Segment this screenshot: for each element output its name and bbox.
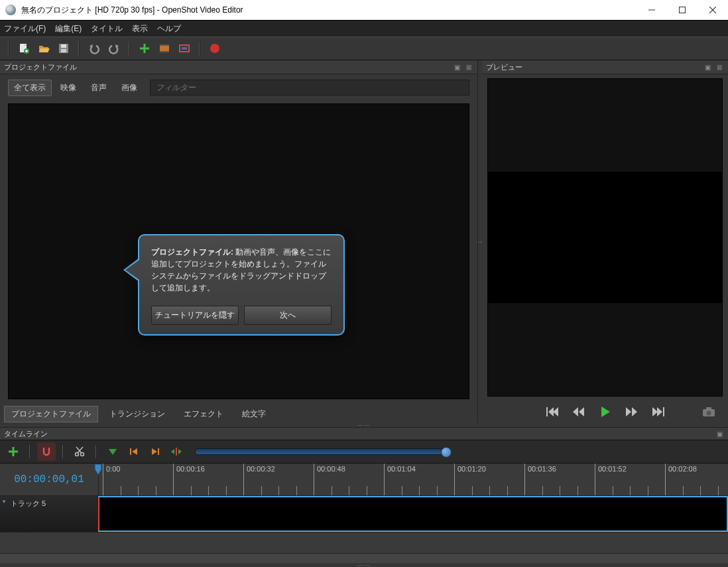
ruler-tick: 00:01:36 [524, 464, 556, 495]
ruler-tick: 00:00:32 [243, 464, 275, 495]
add-marker-button[interactable] [103, 442, 122, 461]
redo-button[interactable] [105, 39, 123, 58]
svg-rect-14 [160, 44, 169, 46]
razor-tool-button[interactable] [70, 442, 89, 461]
fullscreen-button[interactable] [175, 39, 194, 58]
ruler-subtick [296, 486, 297, 495]
svg-marker-44 [171, 449, 174, 454]
filter-video[interactable]: 映像 [54, 80, 82, 96]
menu-title[interactable]: タイトル [91, 23, 123, 34]
timeline-toolbar [0, 440, 728, 464]
hide-tutorial-button[interactable]: チュートリアルを隠す [151, 306, 239, 325]
undock-timeline-icon[interactable]: ▣ [715, 429, 724, 438]
svg-rect-43 [158, 448, 159, 455]
close-preview-icon[interactable]: ⊠ [715, 62, 724, 72]
next-marker-button[interactable] [146, 442, 164, 461]
export-button[interactable] [206, 39, 224, 58]
profile-button[interactable] [155, 39, 174, 58]
project-files-panel: プロジェクトファイル ▣ ⊠ 全て表示 映像 音声 画像 プロジェクトファイル … [0, 60, 478, 423]
prev-marker-button[interactable] [125, 442, 143, 461]
timeline-bottom-grip[interactable]: ⋯⋯ [0, 563, 728, 567]
tab-emoji[interactable]: 絵文字 [235, 406, 273, 422]
svg-marker-25 [626, 407, 631, 416]
svg-marker-24 [601, 407, 610, 417]
svg-marker-39 [109, 449, 117, 455]
ruler-subtick [226, 486, 227, 495]
ruler-subtick [349, 486, 349, 495]
tab-effects[interactable]: エフェクト [176, 406, 231, 422]
window-close-button[interactable] [698, 0, 728, 20]
svg-rect-31 [706, 407, 711, 410]
play-button[interactable] [598, 405, 613, 419]
menu-file[interactable]: ファイル(F) [4, 23, 46, 34]
svg-rect-19 [546, 407, 548, 416]
undock-preview-icon[interactable]: ▣ [703, 62, 712, 72]
menu-view[interactable]: 表示 [132, 23, 148, 34]
window-minimize-button[interactable] [637, 0, 667, 20]
import-file-button[interactable] [135, 39, 154, 58]
undock-icon[interactable]: ▣ [452, 62, 461, 72]
svg-marker-46 [178, 449, 182, 454]
close-panel-icon[interactable]: ⊠ [464, 62, 473, 72]
snapshot-button[interactable] [701, 405, 716, 419]
menubar: ファイル(F) 編集(E) タイトル 表示 ヘルプ [0, 20, 728, 36]
ruler-subtick [507, 486, 508, 495]
tab-project-files[interactable]: プロジェクトファイル [4, 406, 98, 422]
rewind-button[interactable] [572, 405, 586, 419]
preview-canvas [488, 172, 722, 304]
undo-button[interactable] [85, 39, 103, 58]
window-title: 無名のプロジェクト [HD 720p 30 fps] - OpenShot Vi… [21, 5, 243, 16]
playhead-marker[interactable] [93, 464, 103, 475]
ruler-subtick [437, 486, 438, 495]
ruler-subtick [138, 486, 139, 495]
zoom-handle[interactable] [441, 447, 452, 458]
svg-marker-41 [132, 448, 137, 455]
app-icon [5, 5, 16, 15]
ruler-subtick [700, 486, 701, 495]
timeline-scrollbar[interactable] [0, 553, 728, 563]
next-tutorial-button[interactable]: 次へ [244, 306, 332, 325]
ruler-subtick [156, 486, 156, 495]
fastforward-button[interactable] [625, 405, 639, 419]
add-track-button[interactable] [4, 442, 23, 461]
window-maximize-button[interactable] [667, 0, 698, 20]
tab-transitions[interactable]: トランジション [102, 406, 172, 422]
filter-all[interactable]: 全て表示 [8, 80, 52, 96]
tutorial-heading: プロジェクトファイル: [151, 247, 233, 257]
skip-start-button[interactable] [545, 405, 560, 419]
timeline-panel-title: タイムライン [4, 429, 48, 439]
svg-marker-42 [152, 448, 157, 455]
skip-end-button[interactable] [651, 405, 666, 419]
timeline-ruler[interactable]: 0:0000:00:1600:00:3200:00:4800:01:0400:0… [99, 464, 728, 495]
filter-image[interactable]: 画像 [115, 80, 143, 96]
svg-marker-22 [573, 407, 578, 416]
svg-marker-20 [548, 407, 554, 416]
new-project-button[interactable] [15, 39, 33, 58]
filter-input[interactable] [150, 80, 469, 95]
svg-rect-1 [680, 7, 686, 13]
project-panel-title: プロジェクトファイル [4, 62, 77, 72]
open-project-button[interactable] [34, 39, 53, 58]
ruler-tick: 00:01:04 [384, 464, 416, 495]
menu-help[interactable]: ヘルプ [157, 23, 181, 34]
tutorial-callout: プロジェクトファイル: 動画や音声、画像をここに追加してプロジェクトを始めましょ… [138, 234, 345, 336]
ruler-subtick [191, 486, 192, 495]
snap-toggle-button[interactable] [37, 442, 56, 461]
timecode-display[interactable]: 00:00:00,01 [0, 464, 99, 495]
ruler-tick: 0:00 [103, 464, 120, 495]
svg-rect-15 [160, 51, 169, 52]
ruler-subtick [121, 486, 121, 495]
center-playhead-button[interactable] [167, 442, 186, 461]
ruler-subtick [332, 486, 332, 495]
ruler-tick: 00:02:08 [665, 464, 697, 495]
track-body[interactable] [98, 496, 728, 532]
track-header[interactable]: トラック 5 [0, 496, 98, 532]
zoom-slider[interactable] [195, 448, 448, 455]
ruler-subtick [718, 486, 719, 495]
filter-audio[interactable]: 音声 [85, 80, 113, 96]
svg-marker-23 [579, 407, 584, 416]
svg-marker-27 [652, 407, 658, 416]
save-project-button[interactable] [54, 39, 73, 58]
svg-marker-28 [657, 407, 662, 416]
menu-edit[interactable]: 編集(E) [55, 23, 82, 34]
